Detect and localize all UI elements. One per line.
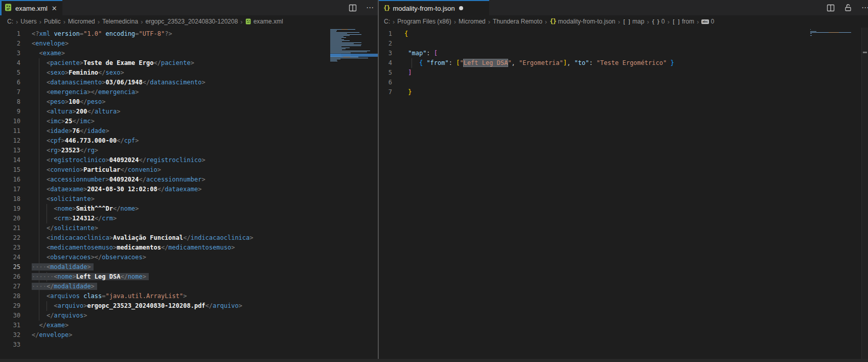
code-line[interactable]: 31 </exame>	[0, 321, 378, 330]
line-number[interactable]: 19	[0, 204, 20, 214]
breadcrumb-item[interactable]: Public	[44, 18, 61, 25]
unsaved-changes-dot[interactable]	[459, 6, 463, 10]
line-number[interactable]: 25	[0, 262, 20, 272]
code-line[interactable]: 27····</modalidade>	[0, 282, 378, 291]
line-number[interactable]: 29	[0, 301, 20, 311]
code-line[interactable]: 2<envelope>	[0, 39, 378, 49]
code-line[interactable]: 1<?xml version="1.0" encoding="UTF-8"?>	[0, 29, 378, 39]
line-number[interactable]: 16	[0, 175, 20, 185]
line-number[interactable]: 32	[0, 330, 20, 340]
line-number[interactable]: 21	[0, 223, 20, 233]
line-number[interactable]: 22	[0, 233, 20, 243]
line-number[interactable]: 13	[0, 146, 20, 155]
code-line[interactable]: 12 <cpf>446.773.000-00</cpf>	[0, 136, 378, 146]
code-line[interactable]: 24 <observacoes></observacoes>	[0, 253, 378, 262]
breadcrumb-item[interactable]: { }0	[652, 18, 665, 25]
line-number[interactable]: 18	[0, 194, 20, 204]
line-number[interactable]: 28	[0, 291, 20, 301]
code-line[interactable]: 20 <crm>124312</crm>	[0, 214, 378, 223]
line-number[interactable]: 27	[0, 282, 20, 291]
breadcrumb-item[interactable]: Telemedicina	[102, 18, 138, 25]
breadcrumb-item[interactable]: Program Files (x86)	[397, 18, 451, 25]
line-number[interactable]: 2	[379, 39, 392, 49]
breadcrumb-item[interactable]: exame.xml	[245, 18, 283, 25]
line-number[interactable]: 1	[0, 29, 20, 39]
line-number[interactable]: 30	[0, 311, 20, 321]
close-icon[interactable]: ✕	[52, 5, 57, 12]
code-line[interactable]: 32</envelope>	[0, 330, 378, 340]
line-number[interactable]: 20	[0, 214, 20, 223]
tab-exame-xml[interactable]: exame.xml ✕	[0, 0, 62, 15]
breadcrumb-item[interactable]: C:	[7, 18, 13, 25]
code-line[interactable]: 14 <registroclinico>04092024</registrocl…	[0, 155, 378, 165]
line-number[interactable]: 4	[379, 58, 392, 68]
line-number[interactable]: 10	[0, 117, 20, 126]
code-line[interactable]: 6	[379, 78, 868, 87]
code-line[interactable]: 22 <indicacaoclinica>Avaliação Funcional…	[0, 233, 378, 243]
code-line[interactable]: 5 ]	[379, 68, 868, 78]
breadcrumb-item[interactable]: ergopc_23523_20240830-120208	[145, 18, 238, 25]
line-number[interactable]: 2	[0, 39, 20, 49]
code-line[interactable]: 21 </solicitante>	[0, 223, 378, 233]
code-line[interactable]: 19 <nome>Smith^^^Dr</nome>	[0, 204, 378, 214]
line-number[interactable]: 12	[0, 136, 20, 146]
breadcrumb-item[interactable]: Micromed	[68, 18, 95, 25]
overview-ruler[interactable]	[861, 28, 868, 362]
breadcrumb-item[interactable]: {}modality-from-to.json	[550, 18, 615, 25]
line-number[interactable]: 14	[0, 155, 20, 165]
code-line[interactable]: 29 <arquivo>ergopc_23523_20240830-120208…	[0, 301, 378, 311]
unlock-icon[interactable]	[843, 3, 853, 13]
line-number[interactable]: 24	[0, 253, 20, 262]
code-line[interactable]: 3 "map": [	[379, 49, 868, 58]
line-number[interactable]: 26	[0, 272, 20, 282]
breadcrumb-item[interactable]: [ ]from	[672, 18, 694, 25]
line-number[interactable]: 17	[0, 185, 20, 194]
line-number[interactable]: 11	[0, 126, 20, 136]
code-line[interactable]: 5 <sexo>Feminino</sexo>	[0, 68, 378, 78]
code-line[interactable]: 18 <solicitante>	[0, 194, 378, 204]
line-number[interactable]: 5	[0, 68, 20, 78]
breadcrumb-item[interactable]: [ ]map	[623, 18, 644, 25]
code-line[interactable]: 1{	[379, 29, 868, 39]
line-number[interactable]: 7	[0, 87, 20, 97]
line-number[interactable]: 33	[0, 340, 20, 350]
line-number[interactable]: 7	[379, 87, 392, 97]
tab-modality-from-to-json[interactable]: {} modality-from-to.json	[379, 0, 489, 15]
code-line[interactable]: 9 <altura>200</altura>	[0, 107, 378, 117]
line-number[interactable]: 3	[379, 49, 392, 58]
line-number[interactable]: 8	[0, 97, 20, 107]
code-line[interactable]: 25····<modalidade>	[0, 262, 378, 272]
line-number[interactable]: 4	[0, 58, 20, 68]
split-editor-icon[interactable]	[826, 3, 836, 13]
line-number[interactable]: 15	[0, 165, 20, 175]
line-number[interactable]: 5	[379, 68, 392, 78]
code-line[interactable]: 11 <idade>76</idade>	[0, 126, 378, 136]
more-actions-icon[interactable]: ⋯	[365, 3, 375, 13]
code-line[interactable]: 3 <exame>	[0, 49, 378, 58]
line-number[interactable]: 31	[0, 321, 20, 330]
line-number[interactable]: 9	[0, 107, 20, 117]
line-number[interactable]: 6	[379, 78, 392, 87]
code-line[interactable]: 2	[379, 39, 868, 49]
minimap[interactable]	[330, 29, 376, 63]
code-line[interactable]: 26······<nome>Left Leg DSA</nome>	[0, 272, 378, 282]
code-line[interactable]: 30 </arquivos>	[0, 311, 378, 321]
line-number[interactable]: 3	[0, 49, 20, 58]
code-line[interactable]: 7 }	[379, 87, 868, 97]
breadcrumb-item[interactable]: abc0	[701, 18, 714, 25]
code-editor-json[interactable]: 1{23 "map": [4 { "from": ["Left Leg DSA"…	[379, 28, 868, 362]
breadcrumb-item[interactable]: Thundera Remoto	[493, 18, 542, 25]
code-line[interactable]: 16 <accessionnumber>04092024</accessionn…	[0, 175, 378, 185]
code-line[interactable]: 13 <rg>23523</rg>	[0, 146, 378, 155]
split-editor-icon[interactable]	[348, 3, 358, 13]
breadcrumb-item[interactable]: Micromed	[459, 18, 486, 25]
code-line[interactable]: 23 <medicamentosemuso>medicamentos</medi…	[0, 243, 378, 253]
code-line[interactable]: 15 <convenio>Particular</convenio>	[0, 165, 378, 175]
minimap[interactable]	[810, 29, 851, 36]
code-line[interactable]: 4 <paciente>Teste de Exame Ergo</pacient…	[0, 58, 378, 68]
code-line[interactable]: 7 <emergencia></emergencia>	[0, 87, 378, 97]
code-line[interactable]: 6 <datanascimento>03/06/1948</datanascim…	[0, 78, 378, 87]
code-line[interactable]: 10 <imc>25</imc>	[0, 117, 378, 126]
more-actions-icon[interactable]: ⋯	[860, 3, 868, 13]
line-number[interactable]: 6	[0, 78, 20, 87]
